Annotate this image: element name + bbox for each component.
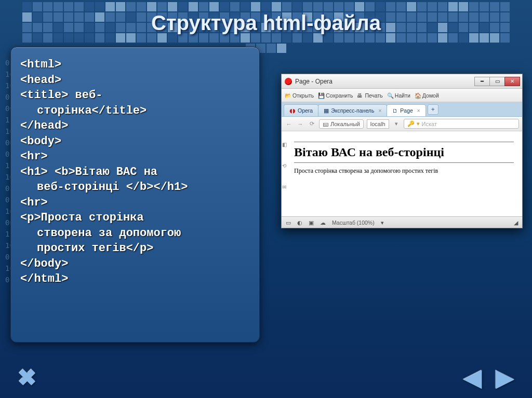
opera-logo-icon [285, 78, 292, 85]
status-icon[interactable]: ▭ [286, 219, 291, 226]
tab-opera[interactable]: ◖◗Opera [284, 104, 318, 116]
tab-close-icon[interactable]: × [378, 108, 381, 114]
toolbar-label: Сохранить [326, 92, 353, 99]
slide-close-button[interactable]: ✖ [12, 365, 42, 390]
back-button[interactable]: ← [285, 121, 293, 127]
zoom-label[interactable]: Масштаб (100%) [332, 219, 375, 226]
slide-prev-button[interactable]: ◀ [458, 365, 487, 390]
hr-rule [294, 142, 514, 142]
code-line: <title> веб- [20, 88, 250, 103]
address-local-badge[interactable]: 🖴Локальный [319, 119, 364, 129]
chevron-right-icon: ▶ [496, 364, 514, 391]
slide-title: Структура html-файла [0, 11, 532, 35]
page-viewport: ◧ ⟲ ✉ Вітаю ВАС на веб-сторінці Проста с… [282, 131, 522, 216]
status-icon[interactable]: ◐ [297, 219, 302, 226]
navbar: ← → ⟳ 🖴Локальный localh ▾ 🔑▾Искат [282, 117, 522, 131]
code-panel: <html> <head> <title> веб- сторінка</tit… [10, 47, 260, 342]
close-button[interactable]: ✕ [504, 77, 520, 86]
panel-icon[interactable]: ◧ [282, 142, 287, 147]
new-tab-button[interactable]: + [428, 104, 438, 115]
browser-window: Page - Opera ━ ▭ ✕ 📂Открыть 💾Сохранить 🖶… [281, 74, 523, 228]
code-line: простих тегів</p> [20, 241, 250, 256]
code-line: </body> [20, 257, 250, 271]
side-panel: ◧ ⟲ ✉ [282, 131, 287, 216]
code-line: <h1> <b>Вітаю ВАС на [20, 165, 250, 180]
titlebar[interactable]: Page - Opera ━ ▭ ✕ [282, 74, 522, 89]
tab-page[interactable]: 🗋Page× [387, 104, 425, 116]
save-icon: 💾 [318, 92, 324, 99]
toolbar-label: Найти [395, 92, 410, 99]
code-line: <hr> [20, 196, 250, 210]
code-line: </head> [20, 119, 250, 133]
tabstrip: ◖◗Opera ▦Экспресс-панель× 🗋Page× + [282, 102, 522, 117]
code-line: сторінка</title> [20, 104, 250, 118]
code-line: <body> [20, 134, 250, 149]
tab-close-icon[interactable]: × [417, 108, 420, 114]
code-line: <html> [20, 58, 250, 72]
address-host[interactable]: localh [367, 119, 389, 129]
slide-nav: ✖ ◀ ▶ [0, 365, 532, 390]
code-line: веб-сторінці </b></h1> [20, 180, 250, 195]
toolbar-label: Домой [422, 92, 439, 99]
maximize-button[interactable]: ▭ [489, 77, 505, 86]
search-placeholder: Искат [422, 121, 437, 127]
open-button[interactable]: 📂Открыть [285, 92, 314, 99]
chat-icon[interactable]: ✉ [282, 184, 286, 190]
tab-label: Экспресс-панель [331, 107, 374, 114]
find-button[interactable]: 🔍Найти [387, 92, 410, 99]
grid-icon: ▦ [324, 107, 329, 114]
resize-grip-icon[interactable]: ◢ [514, 219, 518, 226]
forward-button[interactable]: → [296, 121, 304, 127]
code-line: створена за допомогою [20, 226, 250, 241]
chevron-left-icon: ◀ [464, 364, 482, 391]
status-icon[interactable]: ▣ [309, 219, 314, 226]
slide-next-button[interactable]: ▶ [490, 365, 520, 390]
code-line: <p>Проста сторінка [20, 211, 250, 225]
tab-label: Page [400, 107, 413, 114]
page-icon: 🗋 [392, 107, 398, 114]
sync-icon[interactable]: ⟲ [282, 163, 286, 169]
toolbar-label: Открыть [292, 92, 314, 99]
reload-button[interactable]: ⟳ [308, 120, 316, 127]
tab-label: Opera [298, 107, 313, 114]
search-box[interactable]: 🔑▾Искат [404, 119, 519, 129]
key-icon: 🔑 [407, 120, 415, 127]
address-label: Локальный [330, 121, 360, 127]
code-line: <head> [20, 73, 250, 88]
save-button[interactable]: 💾Сохранить [318, 92, 353, 99]
chevron-down-icon[interactable]: ▾ [381, 219, 384, 226]
toolbar-label: Печать [365, 92, 382, 99]
page-heading: Вітаю ВАС на веб-сторінці [294, 145, 514, 159]
home-button[interactable]: 🏠Домой [415, 92, 439, 99]
tab-speed-dial[interactable]: ▦Экспресс-панель× [318, 104, 387, 116]
code-line: <hr> [20, 149, 250, 164]
close-icon: ✖ [18, 364, 37, 391]
dropdown-icon[interactable]: ▾ [392, 120, 401, 127]
hr-rule [294, 162, 514, 163]
print-button[interactable]: 🖶Печать [357, 92, 382, 99]
folder-open-icon: 📂 [285, 92, 291, 99]
statusbar: ▭ ◐ ▣ ☁ Масштаб (100%) ▾ ◢ [282, 216, 522, 228]
print-icon: 🖶 [357, 92, 363, 99]
code-line: </html> [20, 272, 250, 286]
disk-icon: 🖴 [323, 121, 328, 127]
page-paragraph: Проста сторінка створена за допомогою пр… [294, 167, 514, 175]
main-toolbar: 📂Открыть 💾Сохранить 🖶Печать 🔍Найти 🏠Домо… [282, 89, 522, 102]
window-title: Page - Opera [295, 78, 475, 85]
cloud-icon[interactable]: ☁ [320, 219, 326, 226]
search-icon: 🔍 [387, 92, 393, 99]
opera-tab-icon: ◖◗ [289, 107, 296, 114]
minimize-button[interactable]: ━ [474, 77, 490, 86]
home-icon: 🏠 [415, 92, 421, 99]
